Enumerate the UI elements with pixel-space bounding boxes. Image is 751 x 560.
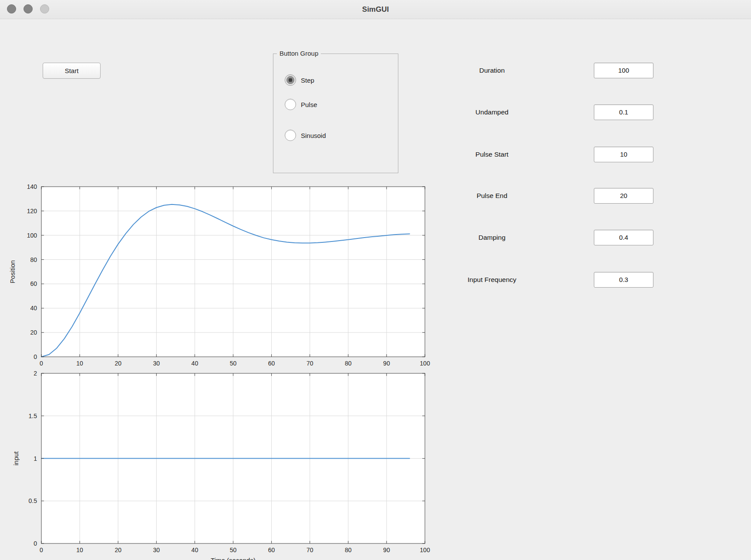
field-label-undamped: Undamped (448, 104, 535, 120)
field-label-pulse-start: Pulse Start (448, 147, 535, 162)
x-tick-label: 60 (268, 360, 275, 367)
y-tick-label: 1.5 (29, 412, 37, 419)
x-tick-label: 10 (76, 360, 83, 367)
y-tick-label: 100 (27, 232, 37, 239)
radio-pulse-icon[interactable] (285, 99, 296, 110)
x-tick-label: 40 (192, 360, 199, 367)
x-tick-label: 10 (76, 547, 83, 553)
field-input-input-frequency[interactable]: 0.3 (594, 272, 653, 288)
x-tick-label: 100 (420, 360, 430, 367)
x-tick-label: 80 (345, 360, 352, 367)
radio-pulse-label: Pulse (301, 101, 317, 108)
x-tick-label: 50 (230, 360, 237, 367)
position-plot: 0102030405060708090100020406080100120140… (4, 166, 435, 378)
x-tick-label: 0 (40, 547, 43, 553)
field-label-pulse-end: Pulse End (448, 188, 535, 204)
y-tick-label: 120 (27, 208, 37, 215)
x-tick-label: 20 (115, 547, 121, 553)
field-input-damping[interactable]: 0.4 (594, 230, 653, 245)
y-axis-label: input (12, 451, 20, 465)
radio-option-sinusoid[interactable]: Sinusoid (285, 129, 326, 141)
radio-sinusoid-label: Sinusoid (301, 132, 326, 139)
y-tick-label: 80 (30, 256, 37, 263)
field-input-duration[interactable]: 100 (594, 63, 653, 78)
x-tick-label: 30 (153, 547, 160, 553)
x-tick-label: 90 (383, 360, 390, 367)
button-group-title: Button Group (277, 50, 321, 57)
field-label-duration: Duration (448, 63, 535, 78)
window: SimGUI Start Button Group Step Pulse Sin… (0, 0, 751, 560)
field-input-pulse-end[interactable]: 20 (594, 188, 653, 204)
x-axis-label: Time (seconds) (211, 557, 256, 560)
x-tick-label: 30 (153, 360, 160, 367)
radio-option-step[interactable]: Step (285, 74, 314, 86)
window-title: SimGUI (0, 0, 751, 19)
x-tick-label: 70 (306, 547, 313, 553)
radio-sinusoid-icon[interactable] (285, 130, 296, 141)
x-tick-label: 50 (230, 547, 237, 553)
field-input-pulse-start[interactable]: 10 (594, 147, 653, 162)
y-tick-label: 0 (34, 540, 37, 547)
y-tick-label: 60 (30, 280, 37, 287)
x-tick-label: 70 (306, 360, 313, 367)
y-tick-label: 2 (34, 370, 37, 377)
x-tick-label: 40 (192, 547, 199, 553)
field-label-damping: Damping (448, 230, 535, 245)
y-tick-label: 1 (34, 455, 37, 462)
x-tick-label: 60 (268, 547, 275, 553)
input-plot: 010203040506070809010000.511.52inputTime… (4, 368, 435, 560)
x-tick-label: 90 (383, 547, 390, 553)
y-tick-label: 140 (27, 183, 37, 190)
y-tick-label: 0.5 (29, 497, 37, 504)
x-tick-label: 100 (420, 547, 430, 553)
x-tick-label: 20 (115, 360, 121, 367)
radio-step-icon[interactable] (285, 74, 296, 86)
y-tick-label: 20 (30, 329, 37, 336)
radio-option-pulse[interactable]: Pulse (285, 98, 317, 111)
radio-step-label: Step (301, 77, 314, 84)
x-tick-label: 80 (345, 547, 352, 553)
y-tick-label: 40 (30, 305, 37, 312)
button-group-panel: Button Group Step Pulse Sinusoid (273, 54, 398, 173)
x-tick-label: 0 (40, 360, 43, 367)
titlebar: SimGUI (0, 0, 751, 19)
field-label-input-frequency: Input Frequency (448, 272, 535, 288)
y-tick-label: 0 (34, 353, 37, 360)
start-button[interactable]: Start (43, 63, 101, 79)
y-axis-label: Position (9, 260, 16, 283)
field-input-undamped[interactable]: 0.1 (594, 104, 653, 120)
